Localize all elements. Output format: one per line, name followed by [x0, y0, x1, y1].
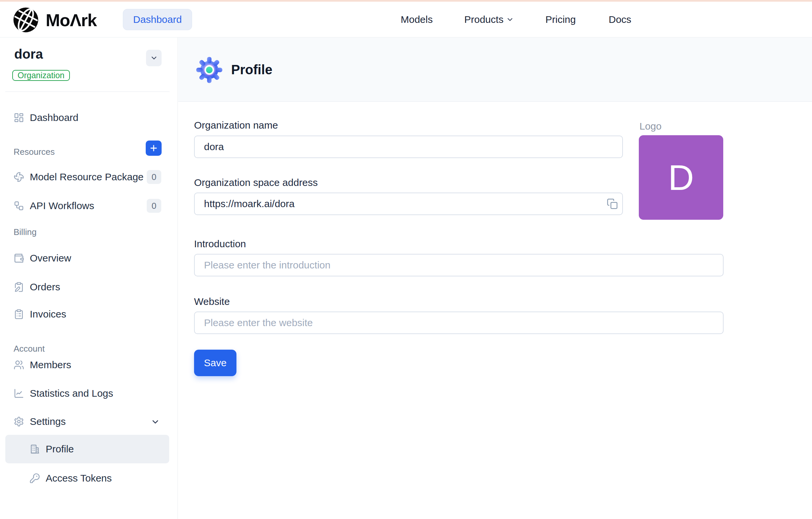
sidebar-item-label: Access Tokens: [46, 473, 112, 484]
org-logo-initial: D: [668, 157, 694, 198]
layout-dashboard-icon: [13, 112, 24, 123]
nav-docs[interactable]: Docs: [609, 2, 631, 37]
sidebar-divider: [5, 91, 170, 92]
sidebar-item-label: Statistics and Logs: [30, 388, 113, 399]
sidebar: dora Organization Dashboard Resources Mo…: [0, 37, 178, 519]
sidebar-item-overview[interactable]: Overview: [0, 248, 178, 268]
org-switcher-button[interactable]: [146, 50, 162, 66]
nav-products[interactable]: Products: [464, 2, 514, 37]
space-address-label: Organization space address: [194, 177, 318, 188]
count-badge: 0: [147, 170, 161, 184]
chevron-down-icon: [150, 54, 158, 62]
users-icon: [13, 360, 24, 370]
gear-icon: [13, 416, 24, 427]
sidebar-item-invoices[interactable]: Invoices: [0, 304, 178, 324]
sidebar-item-label: Model Resource Package: [30, 171, 144, 183]
wallet-icon: [13, 253, 24, 264]
profile-gear-icon: [195, 56, 223, 84]
org-logo[interactable]: D: [639, 135, 723, 220]
sidebar-item-dashboard[interactable]: Dashboard: [0, 108, 178, 128]
sidebar-item-statistics-and-logs[interactable]: Statistics and Logs: [0, 383, 178, 403]
sidebar-item-label: Overview: [30, 252, 71, 264]
org-type-badge: Organization: [12, 70, 70, 81]
section-label-resources: Resources: [13, 147, 55, 157]
count-badge: 0: [147, 199, 161, 213]
website-input[interactable]: [194, 311, 724, 334]
introduction-input[interactable]: [194, 254, 724, 276]
brand-name: MoΛrk: [46, 10, 97, 30]
profile-banner: Profile: [178, 37, 812, 102]
brand-globe-icon: [13, 7, 39, 33]
introduction-label: Introduction: [194, 238, 246, 250]
clipboard-list-icon: [13, 309, 24, 320]
sidebar-item-label: Orders: [30, 281, 60, 293]
settings-chevron-down-icon[interactable]: [151, 417, 160, 427]
clipboard-pen-icon: [13, 282, 24, 292]
key-icon: [29, 473, 40, 484]
chart-line-icon: [13, 388, 24, 399]
org-name-label: Organization name: [194, 120, 278, 131]
add-resource-button[interactable]: [146, 140, 162, 156]
top-header: MoΛrk Dashboard Models Products Pricing …: [0, 2, 812, 37]
nav-docs-label: Docs: [609, 14, 631, 25]
section-label-billing: Billing: [13, 227, 36, 237]
nav-pricing-label: Pricing: [545, 14, 576, 25]
website-label: Website: [194, 296, 230, 307]
org-name-input[interactable]: [194, 136, 623, 158]
section-label-account: Account: [13, 344, 45, 354]
sidebar-item-label: API Workflows: [30, 200, 94, 212]
sidebar-item-label: Members: [30, 359, 71, 371]
sidebar-item-orders[interactable]: Orders: [0, 277, 178, 297]
page-title: Profile: [231, 62, 272, 77]
sidebar-item-label: Dashboard: [30, 112, 79, 123]
org-name: dora: [14, 47, 43, 62]
sidebar-item-members[interactable]: Members: [0, 355, 178, 375]
sidebar-item-access-tokens[interactable]: Access Tokens: [0, 468, 178, 488]
fan-icon: [13, 172, 24, 182]
plus-icon: [149, 143, 158, 153]
space-address-input[interactable]: [194, 193, 623, 215]
sidebar-item-label: Settings: [30, 416, 65, 427]
copy-address-button[interactable]: [607, 198, 618, 210]
sidebar-item-label: Profile: [46, 443, 74, 455]
chevron-down-icon: [506, 16, 514, 24]
header-dashboard-button[interactable]: Dashboard: [123, 9, 192, 30]
workflow-icon: [13, 200, 24, 211]
sidebar-item-label: Invoices: [30, 308, 66, 320]
nav-models[interactable]: Models: [401, 2, 433, 37]
nav-pricing[interactable]: Pricing: [545, 2, 576, 37]
copy-icon: [607, 198, 618, 210]
nav-products-label: Products: [464, 14, 503, 25]
main-content: Profile Organization name Organization s…: [178, 37, 812, 519]
save-button[interactable]: Save: [194, 350, 236, 376]
nav-models-label: Models: [401, 14, 433, 25]
building-icon: [29, 444, 40, 454]
logo-label: Logo: [639, 120, 662, 132]
sidebar-item-profile-active[interactable]: Profile: [5, 435, 169, 463]
